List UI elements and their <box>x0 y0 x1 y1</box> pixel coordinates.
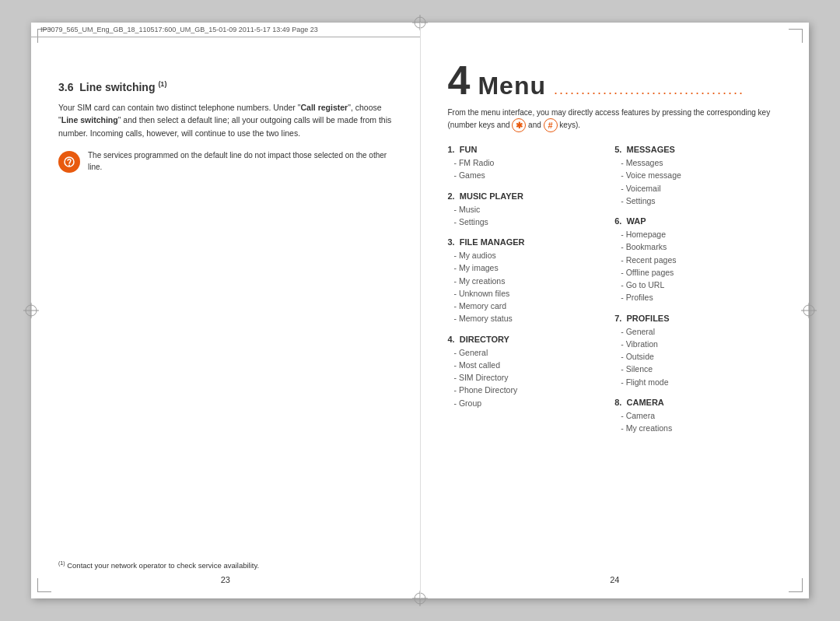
menu-item: Flight mode <box>614 376 782 388</box>
menu-item: My audios <box>448 249 615 261</box>
chapter-number: 4 <box>448 60 471 100</box>
footnote: (1) Contact your network operator to che… <box>58 560 393 570</box>
menu-item: Group <box>448 397 615 409</box>
chapter-intro: From the menu interface, you may directl… <box>448 107 782 132</box>
left-page: IP3079_565_UM_Eng_GB_18_110517:600_UM_GB… <box>31 23 421 598</box>
menu-columns: 1. FUN FM Radio Games 2. MUSIC PLAYER Mu… <box>448 145 782 444</box>
header-text-left: IP3079_565_UM_Eng_GB_18_110517:600_UM_GB… <box>40 26 318 33</box>
hash-key-icon: # <box>544 118 558 132</box>
menu-title-wap: 6. WAP <box>614 216 782 226</box>
menu-item: Profiles <box>614 291 782 303</box>
menu-item: Memory card <box>448 300 615 312</box>
corner-tr <box>789 29 803 43</box>
menu-col-right: 5. MESSAGES Messages Voice message Voice… <box>614 145 782 444</box>
menu-item: Unknown files <box>448 287 615 300</box>
chapter-header: 4 Menu .................................… <box>448 60 782 100</box>
menu-item: Vibration <box>614 338 782 350</box>
menu-section-file: 3. FILE MANAGER My audios My images My c… <box>448 237 615 325</box>
menu-title-music: 2. MUSIC PLAYER <box>448 191 615 201</box>
star-key-icon: ✱ <box>512 118 526 132</box>
section-sup: (1) <box>158 80 166 88</box>
menu-col-left: 1. FUN FM Radio Games 2. MUSIC PLAYER Mu… <box>448 145 615 444</box>
right-page: 4 Menu .................................… <box>421 23 810 598</box>
menu-section-music: 2. MUSIC PLAYER Music Settings <box>448 191 615 229</box>
menu-title-profiles: 7. PROFILES <box>614 314 782 323</box>
menu-section-directory: 4. DIRECTORY General Most called SIM Dir… <box>448 335 615 409</box>
menu-title-camera: 8. CAMERA <box>614 398 782 407</box>
header-bar-left: IP3079_565_UM_Eng_GB_18_110517:600_UM_GB… <box>31 23 420 37</box>
menu-item: Recent pages <box>614 254 782 266</box>
body-paragraph: Your SIM card can contain two distinct t… <box>58 101 393 140</box>
menu-item: Bookmarks <box>614 240 782 253</box>
info-text: The services programmed on the default l… <box>88 149 393 173</box>
menu-item: Most called <box>448 359 615 371</box>
menu-item: Messages <box>614 156 782 169</box>
menu-title-fun: 1. FUN <box>448 145 615 154</box>
menu-section-messages: 5. MESSAGES Messages Voice message Voice… <box>614 145 782 207</box>
info-box: The services programmed on the default l… <box>58 149 393 173</box>
chapter-title: Menu <box>478 73 546 98</box>
menu-title-directory: 4. DIRECTORY <box>448 335 615 344</box>
menu-item: Homepage <box>614 228 782 240</box>
menu-item: Outside <box>614 350 782 363</box>
menu-item: Camera <box>614 409 782 422</box>
menu-section-profiles: 7. PROFILES General Vibration Outside Si… <box>614 314 782 388</box>
page-number-left: 23 <box>221 575 230 584</box>
menu-item: Settings <box>614 195 782 207</box>
bold-line-switching: Line switching <box>61 115 118 125</box>
section-title: Line switching <box>79 81 155 93</box>
corner-bl <box>37 578 51 592</box>
section-heading: 3.6 Line switching (1) <box>58 80 393 93</box>
footnote-super: (1) <box>58 560 65 566</box>
info-icon <box>58 151 80 173</box>
page-number-right: 24 <box>610 575 619 584</box>
menu-item: Voice message <box>614 169 782 181</box>
chapter-dots: ................................... <box>554 82 782 98</box>
menu-item: SIM Directory <box>448 371 615 384</box>
menu-item: Memory status <box>448 312 615 325</box>
corner-br <box>789 578 803 592</box>
menu-section-fun: 1. FUN FM Radio Games <box>448 145 615 182</box>
menu-section-camera: 8. CAMERA Camera My creations <box>614 398 782 435</box>
menu-title-messages: 5. MESSAGES <box>614 145 782 154</box>
menu-item: Silence <box>614 363 782 375</box>
footnote-text: Contact your network operator to check s… <box>65 561 260 570</box>
menu-item: Music <box>448 203 615 216</box>
menu-item: Games <box>448 169 615 181</box>
menu-title-file: 3. FILE MANAGER <box>448 237 615 247</box>
menu-item: Phone Directory <box>448 384 615 396</box>
menu-item: Voicemail <box>614 182 782 195</box>
menu-item: My creations <box>614 422 782 434</box>
menu-item: My images <box>448 261 615 274</box>
menu-item: Offline pages <box>614 266 782 279</box>
section-number: 3.6 <box>58 81 73 93</box>
bold-call-register: Call register <box>301 103 348 112</box>
menu-item: General <box>614 325 782 338</box>
svg-point-13 <box>68 165 70 167</box>
menu-item: General <box>448 346 615 359</box>
menu-item: My creations <box>448 275 615 287</box>
menu-item: Settings <box>448 216 615 228</box>
menu-item: Go to URL <box>614 279 782 291</box>
menu-item: FM Radio <box>448 156 615 169</box>
menu-section-wap: 6. WAP Homepage Bookmarks Recent pages O… <box>614 216 782 304</box>
